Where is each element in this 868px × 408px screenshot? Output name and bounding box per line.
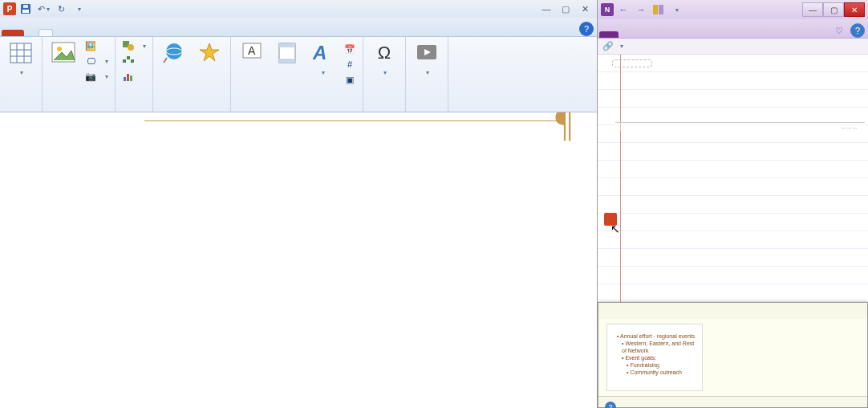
svg-rect-2	[23, 5, 28, 8]
powerpoint-logo-icon: P	[3, 2, 16, 15]
on-toolbar: 🔗 ▾	[598, 39, 868, 55]
group-illustrazioni-label	[120, 108, 148, 112]
tab-animazioni[interactable]	[79, 30, 91, 36]
group-tabelle-label	[5, 108, 37, 112]
container-grip-icon[interactable]: ┄┄┄	[842, 124, 858, 133]
attachment-tooltip: • Annual effort - regional events • West…	[598, 302, 868, 408]
collegamento-ipertestuale-button[interactable]	[158, 39, 190, 69]
svg-rect-25	[279, 59, 295, 63]
info-icon: ?	[605, 402, 616, 408]
tooltip-footer: ?	[598, 396, 867, 408]
tab-file[interactable]	[2, 30, 24, 36]
on-help-icon[interactable]: ?	[850, 23, 865, 38]
slide-number-icon[interactable]: #	[342, 57, 358, 71]
svg-text:A: A	[312, 42, 327, 63]
help-icon[interactable]: ?	[579, 22, 594, 36]
svg-rect-12	[123, 59, 126, 63]
svg-point-9	[57, 47, 62, 51]
group-testo-label	[236, 108, 358, 112]
forme-button[interactable]: ▾	[120, 39, 148, 53]
tabella-button[interactable]: ▾	[5, 39, 37, 78]
clipart-button[interactable]: 🖼️	[83, 39, 110, 53]
on-close-button[interactable]: ✕	[844, 2, 865, 17]
on-restore-button[interactable]: ▢	[823, 2, 844, 17]
pp-title-bar: P ↶▾ ↻ ▾ — ▢ ✕	[0, 0, 597, 18]
slide-divider-graphic: ¶	[144, 120, 565, 121]
link-dropdown-icon[interactable]: ▾	[620, 43, 623, 50]
tab-transizioni[interactable]	[66, 30, 79, 36]
qat-customize-icon[interactable]: ▾	[71, 2, 87, 16]
link-icon[interactable]: 🔗	[602, 41, 614, 51]
svg-rect-14	[131, 59, 134, 63]
wordart-button[interactable]: A ▾	[306, 39, 339, 78]
smartart-button[interactable]	[120, 54, 148, 68]
tab-revisione[interactable]	[104, 30, 117, 36]
tab-presentazione[interactable]	[91, 30, 104, 36]
on-title-bar: N ← → ▾ — ▢ ✕	[598, 0, 868, 19]
tab-componenti[interactable]	[130, 30, 143, 36]
simboli-button[interactable]: Ω ▾	[368, 39, 400, 78]
restore-button[interactable]: ▢	[557, 2, 574, 15]
casella-di-testo-button[interactable]: A	[236, 39, 268, 69]
slide-thumbnail: • Annual effort - regional events • West…	[606, 324, 703, 391]
on-forward-icon[interactable]: →	[633, 2, 649, 17]
on-page-area[interactable]: ┄┄┄ ↖ • Annual effort - regional events …	[598, 55, 868, 408]
on-tab-disegno[interactable]	[633, 31, 646, 38]
cursor-icon: ↖	[610, 222, 620, 235]
immagine-button[interactable]	[47, 39, 79, 69]
svg-text:A: A	[248, 44, 256, 57]
svg-rect-30	[659, 5, 663, 14]
on-tab-home[interactable]	[620, 31, 633, 38]
azione-button[interactable]	[193, 39, 225, 69]
close-button[interactable]: ✕	[576, 2, 594, 15]
svg-rect-13	[127, 56, 130, 59]
group-collegamenti-label	[158, 108, 225, 112]
tab-formato[interactable]	[143, 30, 156, 36]
onenote-window: N ← → ▾ — ▢ ✕ ♡ ? 🔗 ▾	[598, 0, 868, 408]
on-back-icon[interactable]: ←	[615, 2, 631, 17]
intestazione-button[interactable]	[271, 39, 303, 69]
ribbon-tabs: ?	[0, 18, 597, 37]
tab-progettazione[interactable]	[53, 30, 66, 36]
svg-rect-3	[10, 43, 31, 63]
redo-icon[interactable]: ↻	[53, 2, 69, 16]
page-title[interactable]	[612, 59, 652, 67]
group-immagini-label	[47, 108, 110, 112]
tab-home[interactable]	[26, 30, 39, 36]
tab-visualizza[interactable]	[117, 30, 130, 36]
undo-icon[interactable]: ↶▾	[35, 2, 51, 16]
on-minimize-button[interactable]: —	[802, 2, 823, 17]
svg-point-18	[166, 43, 182, 59]
on-tab-visualizza[interactable]	[646, 31, 659, 38]
on-qat-dropdown-icon[interactable]: ▾	[668, 2, 684, 17]
svg-rect-16	[127, 74, 129, 81]
svg-point-11	[128, 44, 134, 51]
powerpoint-window: P ↶▾ ↻ ▾ — ▢ ✕ ? ▾	[0, 0, 598, 408]
schermata-button[interactable]: 🖵▾	[83, 54, 110, 68]
svg-rect-1	[22, 10, 29, 13]
on-tab-file[interactable]	[599, 31, 619, 38]
svg-rect-17	[130, 75, 132, 81]
ribbon-body: ▾ 🖼️ 🖵▾ 📷▾	[0, 37, 597, 112]
svg-rect-29	[653, 5, 658, 14]
svg-rect-24	[279, 43, 295, 47]
svg-rect-15	[124, 77, 126, 81]
text-options-icon[interactable]: 📅	[342, 42, 358, 56]
ornament-icon: ¶	[555, 112, 573, 145]
onenote-logo-icon: N	[601, 3, 614, 16]
svg-marker-20	[200, 43, 219, 61]
on-ribbon-tabs: ♡ ?	[598, 19, 868, 39]
elementi-multimediali-button[interactable]: ▾	[411, 39, 443, 78]
note-container[interactable]: ┄┄┄ ↖	[615, 122, 865, 131]
on-tab-pagine[interactable]	[659, 31, 671, 38]
object-icon[interactable]: ▣	[342, 72, 358, 87]
tooltip-title	[598, 312, 867, 319]
tab-inserisci[interactable]	[39, 29, 53, 36]
on-dock-icon[interactable]	[651, 2, 667, 17]
save-icon[interactable]	[18, 2, 34, 16]
slide-canvas[interactable]: ¶	[0, 112, 597, 408]
grafico-button[interactable]	[120, 69, 148, 84]
minimize-button[interactable]: —	[537, 2, 555, 15]
on-expand-ribbon-icon[interactable]: ♡	[831, 23, 847, 38]
album-foto-button[interactable]: 📷▾	[83, 69, 110, 84]
